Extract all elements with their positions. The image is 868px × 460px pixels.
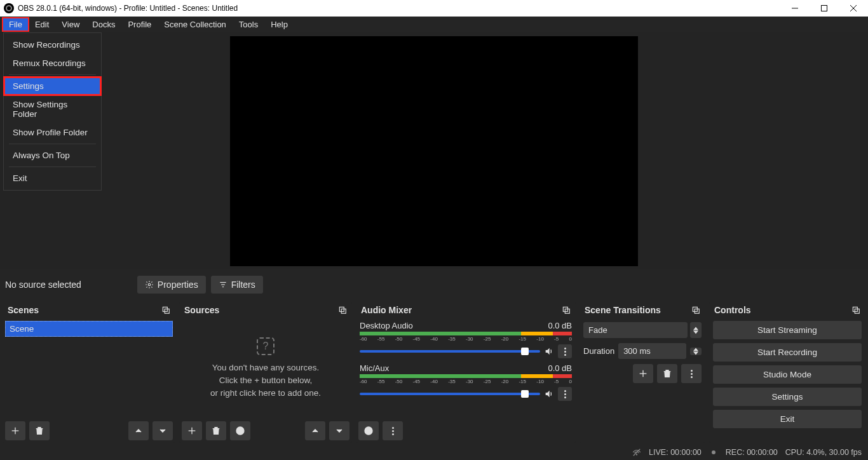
speaker-icon[interactable] — [544, 346, 554, 356]
chevron-up-icon — [310, 426, 320, 436]
audio-options-button[interactable] — [558, 344, 572, 358]
status-cpu: CPU: 4.0%, 30.00 fps — [785, 448, 862, 457]
menu-remux-recordings[interactable]: Remux Recordings — [4, 54, 101, 72]
menu-show-settings-folder[interactable]: Show Settings Folder — [4, 95, 101, 123]
minimize-button[interactable] — [780, 0, 810, 17]
menu-file[interactable]: File — [3, 18, 29, 31]
add-transition-button[interactable] — [633, 364, 653, 383]
popout-icon[interactable] — [562, 306, 571, 315]
statusbar: LIVE: 00:00:00 REC: 00:00:00 CPU: 4.0%, … — [0, 445, 868, 460]
popout-icon[interactable] — [161, 306, 170, 315]
source-down-button[interactable] — [329, 421, 349, 440]
audio-scale: -60-55-50-45-40-35-30-25-20-15-10-50 — [360, 336, 572, 342]
gear-icon — [145, 280, 154, 289]
scene-transitions-title: Scene Transitions — [585, 305, 661, 315]
menu-always-on-top[interactable]: Always On Top — [4, 146, 101, 165]
studio-mode-button[interactable]: Studio Mode — [713, 365, 862, 384]
sources-empty-line1: You don't have any sources. — [212, 362, 320, 374]
remove-source-button[interactable] — [206, 421, 226, 440]
start-recording-button[interactable]: Start Recording — [713, 343, 862, 362]
filter-icon — [219, 280, 227, 289]
scene-up-button[interactable] — [128, 421, 149, 440]
chevron-down-icon — [693, 351, 698, 355]
popout-icon[interactable] — [691, 306, 700, 315]
audio-track-name: Mic/Aux — [360, 363, 548, 373]
trash-icon — [34, 426, 44, 436]
audio-options-button[interactable] — [558, 387, 572, 401]
svg-marker-25 — [693, 330, 698, 334]
menu-edit[interactable]: Edit — [29, 18, 55, 31]
sources-empty[interactable]: ? You don't have any sources. Click the … — [179, 318, 352, 419]
svg-marker-24 — [693, 327, 698, 330]
source-settings-button[interactable] — [230, 421, 250, 440]
menu-scene-collection[interactable]: Scene Collection — [158, 18, 233, 31]
filters-label: Filters — [231, 280, 255, 290]
volume-slider[interactable] — [360, 393, 540, 395]
popout-icon[interactable] — [338, 306, 347, 315]
menu-tools[interactable]: Tools — [233, 18, 264, 31]
scene-down-button[interactable] — [153, 421, 173, 440]
no-source-label: No source selected — [5, 280, 81, 290]
popout-icon[interactable] — [851, 306, 860, 315]
controls-panel: Controls Start Streaming Start Recording… — [709, 302, 865, 443]
status-live: LIVE: 00:00:00 — [649, 448, 702, 457]
preview-canvas[interactable] — [230, 36, 638, 266]
trash-icon — [662, 369, 672, 379]
menu-help[interactable]: Help — [264, 18, 294, 31]
audio-track-name: Desktop Audio — [360, 321, 548, 330]
file-dropdown: Show Recordings Remux Recordings Setting… — [3, 32, 102, 191]
source-toolbar: No source selected Properties Filters — [0, 269, 868, 300]
speaker-icon[interactable] — [544, 389, 554, 399]
close-button[interactable] — [839, 0, 868, 17]
transition-menu-button[interactable] — [681, 364, 702, 383]
maximize-button[interactable] — [810, 0, 839, 17]
audio-track-db: 0.0 dB — [548, 321, 572, 330]
gear-icon — [235, 426, 245, 436]
audio-meter — [360, 332, 572, 335]
duration-spin[interactable] — [690, 348, 702, 355]
menubar: File Edit View Docks Profile Scene Colle… — [0, 17, 868, 32]
svg-point-17 — [236, 427, 244, 435]
menu-view[interactable]: View — [55, 18, 86, 31]
kebab-icon — [386, 424, 400, 438]
svg-marker-27 — [693, 351, 698, 355]
add-scene-button[interactable] — [5, 421, 25, 440]
settings-button[interactable]: Settings — [713, 388, 862, 406]
audio-menu-button[interactable] — [383, 421, 403, 440]
volume-slider[interactable] — [360, 350, 540, 353]
add-source-button[interactable] — [182, 421, 202, 440]
advanced-audio-button[interactable] — [358, 421, 379, 440]
menu-exit[interactable]: Exit — [4, 169, 101, 187]
menu-settings[interactable]: Settings — [4, 77, 101, 95]
menu-separator — [9, 74, 96, 75]
network-icon — [632, 448, 641, 457]
duration-label: Duration — [583, 346, 614, 356]
menu-show-recordings[interactable]: Show Recordings — [4, 36, 101, 54]
svg-marker-26 — [693, 348, 698, 351]
menu-docks[interactable]: Docks — [86, 18, 121, 31]
filters-button[interactable]: Filters — [211, 276, 263, 294]
audio-track-db: 0.0 dB — [548, 363, 572, 373]
scene-item[interactable]: Scene — [5, 321, 173, 337]
kebab-icon — [684, 367, 698, 381]
source-up-button[interactable] — [305, 421, 325, 440]
transition-select[interactable]: Fade — [583, 322, 688, 338]
remove-transition-button[interactable] — [657, 364, 677, 383]
remove-scene-button[interactable] — [29, 421, 50, 440]
dock-panels: Scenes Scene Sources ? You don't have an… — [0, 300, 868, 445]
duration-input[interactable]: 300 ms — [618, 343, 686, 359]
properties-button[interactable]: Properties — [137, 276, 206, 294]
start-streaming-button[interactable]: Start Streaming — [713, 321, 862, 339]
sources-empty-line3: or right click here to add one. — [210, 387, 321, 400]
svg-rect-1 — [822, 6, 827, 11]
menu-profile[interactable]: Profile — [121, 18, 158, 31]
menu-show-profile-folder[interactable]: Show Profile Folder — [4, 123, 101, 142]
chevron-down-icon — [334, 426, 344, 436]
svg-point-32 — [637, 454, 637, 455]
exit-button[interactable]: Exit — [713, 410, 862, 428]
preview-area — [0, 32, 868, 269]
plus-icon — [187, 426, 197, 436]
svg-point-4 — [148, 283, 151, 286]
transition-spin[interactable] — [690, 322, 702, 338]
properties-label: Properties — [158, 280, 198, 290]
